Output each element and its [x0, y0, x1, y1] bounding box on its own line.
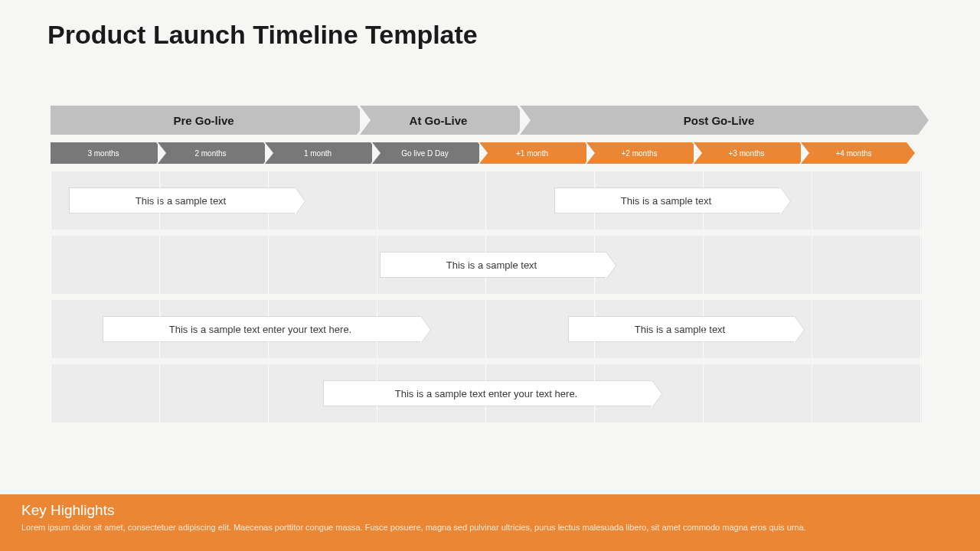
- month-chevron: +3 months: [694, 142, 799, 164]
- month-label: +1 month: [516, 149, 548, 158]
- month-label: 2 months: [194, 149, 226, 158]
- task-bar: This is a sample text enter your text he…: [103, 316, 421, 342]
- month-row: 3 months 2 months 1 month Go live D Day …: [51, 142, 908, 164]
- timeline-lane: This is a sample text enter your text he…: [51, 300, 922, 358]
- task-label: This is a sample text: [635, 324, 726, 335]
- page-title: Product Launch Timeline Template: [47, 20, 478, 50]
- month-label: 1 month: [304, 149, 332, 158]
- phase-at-go-live: At Go-Live: [360, 106, 517, 135]
- month-chevron: +1 month: [479, 142, 585, 164]
- timeline-lane: This is a sample text: [51, 236, 922, 294]
- task-bar: This is a sample text: [554, 187, 781, 214]
- task-label: This is a sample text enter your text he…: [395, 388, 577, 399]
- task-label: This is a sample text: [621, 195, 712, 207]
- month-chevron: 1 month: [265, 142, 371, 164]
- timeline-grid: This is a sample text This is a sample t…: [51, 171, 922, 429]
- footer-text: Lorem ipsum dolor sit amet, consectetuer…: [21, 522, 925, 534]
- task-bar: This is a sample text: [568, 316, 795, 342]
- month-label: +4 months: [836, 149, 872, 158]
- phase-label: At Go-Live: [410, 114, 468, 127]
- task-bar: This is a sample text enter your text he…: [323, 380, 652, 406]
- month-label: +3 months: [729, 149, 765, 158]
- phase-post-go-live: Post Go-Live: [520, 106, 918, 135]
- footer-banner: Key Highlights Lorem ipsum dolor sit ame…: [0, 494, 980, 551]
- month-chevron: Go live D Day: [372, 142, 478, 164]
- phase-label: Pre Go-live: [173, 114, 234, 127]
- phase-pre-go-live: Pre Go-live: [51, 106, 357, 135]
- timeline-lane: This is a sample text enter your text he…: [51, 364, 922, 422]
- footer-title: Key Highlights: [21, 502, 959, 519]
- phase-row: Pre Go-live At Go-Live Post Go-Live: [51, 106, 921, 135]
- month-chevron: +2 months: [586, 142, 692, 164]
- month-chevron: 2 months: [158, 142, 263, 164]
- month-label: Go live D Day: [401, 149, 449, 158]
- task-label: This is a sample text enter your text he…: [169, 324, 351, 335]
- task-label: This is a sample text: [136, 195, 227, 207]
- task-bar: This is a sample text: [69, 187, 296, 214]
- timeline-lane: This is a sample text This is a sample t…: [51, 171, 922, 230]
- month-chevron: 3 months: [51, 142, 156, 164]
- phase-label: Post Go-Live: [684, 114, 755, 127]
- month-label: 3 months: [87, 149, 119, 158]
- month-chevron: +4 months: [801, 142, 906, 164]
- task-bar: This is a sample text: [380, 252, 606, 278]
- month-label: +2 months: [622, 149, 658, 158]
- task-label: This is a sample text: [446, 259, 537, 271]
